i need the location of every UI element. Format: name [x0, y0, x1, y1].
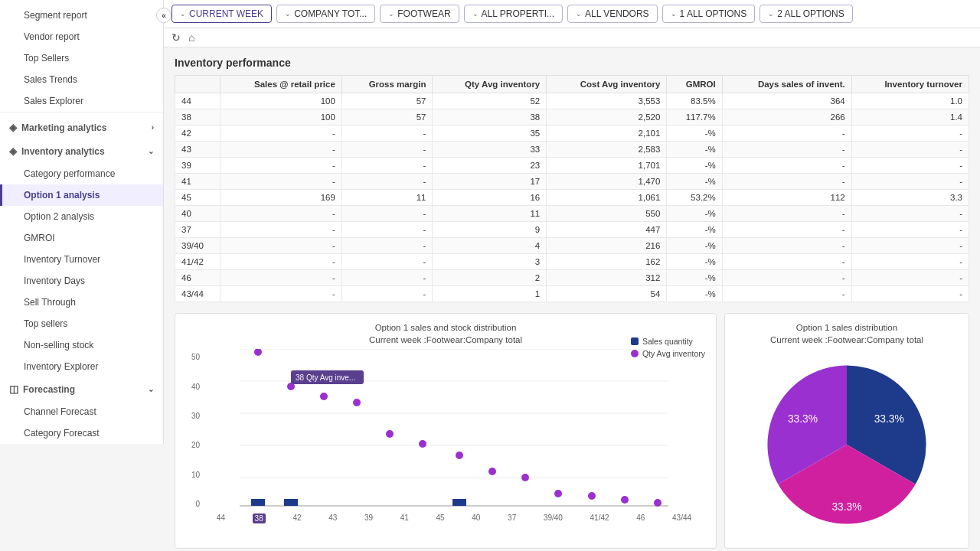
x-label-39: 39 — [364, 514, 373, 523]
filter-label-1: CURRENT WEEK — [189, 8, 263, 19]
x-label-45: 45 — [436, 514, 445, 523]
sidebar-item-inventory-turnover[interactable]: Inventory Turnover — [0, 249, 163, 270]
sidebar-item-channel-forecast[interactable]: Channel Forecast — [0, 401, 163, 422]
x-label-46: 46 — [636, 514, 645, 523]
cell-12-1: - — [220, 286, 342, 302]
bar-45 — [452, 499, 466, 506]
sidebar-item-inventory-explorer[interactable]: Inventory Explorer — [0, 356, 163, 377]
cell-10-3: 3 — [433, 254, 547, 270]
table-row: 3810057382,520117.7%2661.4 — [175, 109, 969, 126]
cell-1-3: 38 — [433, 109, 547, 126]
pie-chart-title: Option 1 sales distribution Current week… — [736, 321, 958, 346]
cell-3-5: -% — [667, 142, 722, 158]
table-row: 39--231,701-%-- — [175, 158, 969, 174]
scatter-chart-container: Option 1 sales and stock distribution Cu… — [175, 313, 717, 549]
marketing-section-label: Marketing analytics — [21, 122, 106, 133]
cell-9-3: 4 — [433, 238, 547, 254]
filter-all-vendors[interactable]: ⌄ ALL VENDORS — [567, 5, 658, 23]
cell-4-1: - — [220, 158, 342, 174]
cell-6-1: 169 — [220, 190, 342, 206]
forecasting-section-label: Forecasting — [23, 384, 75, 395]
legend-label-sales: Sales quantity — [642, 337, 693, 346]
filter-chevron-5: ⌄ — [576, 10, 582, 18]
marketing-analytics-section[interactable]: ◈ Marketing analytics › — [0, 116, 163, 139]
cell-5-0: 41 — [175, 174, 220, 190]
sidebar-item-category-forecast[interactable]: Category Forecast — [0, 422, 163, 444]
sidebar-item-sales-trends[interactable]: Sales Trends — [0, 69, 163, 90]
sidebar-item-inventory-days[interactable]: Inventory Days — [0, 270, 163, 292]
sidebar-item-category-performance[interactable]: Category performance — [0, 163, 163, 184]
cell-12-4: 54 — [547, 286, 667, 302]
filter-bar: ⌄ CURRENT WEEK ⌄ COMPANY TOT... ⌄ FOOTWE… — [164, 0, 980, 28]
inventory-analytics-section[interactable]: ◈ Inventory analytics ⌄ — [0, 139, 163, 163]
filter-1-all-options[interactable]: ⌄ 1 ALL OPTIONS — [662, 5, 756, 23]
cell-10-4: 162 — [547, 254, 667, 270]
legend-dot-sales — [631, 337, 639, 345]
cell-7-7: - — [851, 206, 969, 222]
col-header-cost: Cost Avg inventory — [547, 76, 667, 93]
cell-9-6: - — [722, 238, 851, 254]
cell-1-1: 100 — [220, 109, 342, 126]
sidebar-item-sales-explorer[interactable]: Sales Explorer — [0, 90, 163, 112]
dot-3940 — [554, 490, 562, 497]
cell-0-2: 57 — [341, 93, 433, 109]
cell-1-6: 266 — [722, 109, 851, 126]
cell-9-7: - — [851, 238, 969, 254]
col-header-label — [175, 76, 220, 93]
dot-42 — [320, 393, 328, 400]
cell-12-3: 1 — [433, 286, 547, 302]
cell-6-3: 16 — [433, 190, 547, 206]
sidebar-item-vendor-report[interactable]: Vendor report — [0, 26, 163, 47]
content-area: Inventory performance Sales @ retail pri… — [164, 47, 980, 551]
cell-3-0: 43 — [175, 142, 220, 158]
filter-chevron-6: ⌄ — [671, 10, 677, 18]
cell-4-5: -% — [667, 158, 722, 174]
filter-all-properti[interactable]: ⌄ ALL PROPERTI... — [464, 5, 563, 23]
cell-7-0: 40 — [175, 206, 220, 222]
cell-5-3: 17 — [433, 174, 547, 190]
forecasting-chevron: ⌄ — [148, 385, 154, 393]
filter-label-7: 2 ALL OPTIONS — [777, 8, 844, 19]
sidebar-collapse-button[interactable]: « — [156, 8, 172, 23]
cell-4-7: - — [851, 158, 969, 174]
sidebar-item-gmroi[interactable]: GMROI — [0, 227, 163, 249]
col-header-sales: Sales @ retail price — [220, 76, 342, 93]
cell-3-2: - — [341, 142, 433, 158]
cell-9-5: -% — [667, 238, 722, 254]
y-label-40: 40 — [186, 383, 200, 391]
sidebar-item-top-sellers[interactable]: Top sellers — [0, 313, 163, 334]
filter-footwear[interactable]: ⌄ FOOTWEAR — [380, 5, 459, 23]
dot-46 — [621, 496, 629, 504]
filter-company-tot[interactable]: ⌄ COMPANY TOT... — [276, 5, 375, 23]
pie-chart-container: Option 1 sales distribution Current week… — [724, 313, 969, 549]
sidebar-item-option2-analysis[interactable]: Option 2 analysis — [0, 206, 163, 227]
home-icon[interactable]: ⌂ — [188, 31, 194, 44]
filter-2-all-options[interactable]: ⌄ 2 ALL OPTIONS — [760, 5, 853, 23]
table-row: 43--332,583-%-- — [175, 142, 969, 158]
filter-chevron-4: ⌄ — [472, 10, 479, 18]
x-label-44: 44 — [217, 514, 225, 523]
sidebar-item-segment-report[interactable]: Segment report — [0, 5, 163, 26]
sidebar-item-non-selling-stock[interactable]: Non-selling stock — [0, 334, 163, 356]
cell-5-1: - — [220, 174, 342, 190]
sidebar-item-sell-through[interactable]: Sell Through — [0, 292, 163, 313]
cell-6-7: 3.3 — [851, 190, 969, 206]
cell-8-2: - — [341, 222, 433, 238]
scatter-svg: 38 Qty Avg inve... — [203, 349, 705, 510]
forecasting-section[interactable]: ◫ Forecasting ⌄ — [0, 377, 163, 401]
cell-6-0: 45 — [175, 190, 220, 206]
x-axis-labels: 44 38 42 43 39 41 45 40 37 39/40 41/42 4… — [203, 514, 705, 523]
table-row: 41/42--3162-%-- — [175, 254, 969, 270]
inventory-table: Sales @ retail price Gross margin Qty Av… — [175, 75, 969, 302]
y-label-20: 20 — [186, 441, 200, 449]
sidebar-item-option1-analysis[interactable]: Option 1 analysis — [0, 184, 163, 206]
x-label-43: 43 — [328, 514, 337, 523]
cell-3-4: 2,583 — [547, 142, 667, 158]
filter-current-week[interactable]: ⌄ CURRENT WEEK — [172, 5, 272, 23]
dot-44 — [254, 349, 262, 356]
col-header-qty: Qty Avg inventory — [433, 76, 547, 93]
cell-5-7: - — [851, 174, 969, 190]
y-label-0: 0 — [186, 500, 200, 508]
sidebar-item-top-sellers-nav[interactable]: Top Sellers — [0, 47, 163, 69]
refresh-icon[interactable]: ↻ — [172, 31, 181, 44]
